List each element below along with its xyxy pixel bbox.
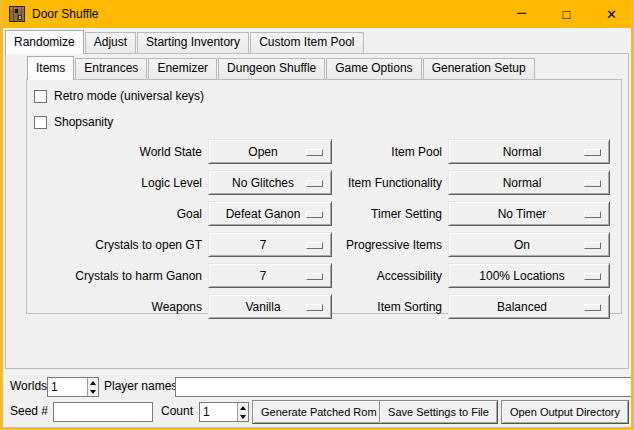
close-button[interactable]: ✕: [589, 0, 634, 28]
subtab-game-options[interactable]: Game Options: [326, 58, 421, 79]
tab-custom-item-pool[interactable]: Custom Item Pool: [250, 32, 363, 53]
seed-input[interactable]: [53, 402, 153, 422]
options-grid: World State Open Item Pool Normal Logic …: [35, 139, 621, 319]
progressive-items-label: Progressive Items: [338, 232, 442, 257]
accessibility-dropdown[interactable]: 100% Locations: [448, 263, 610, 288]
item-pool-dropdown[interactable]: Normal: [448, 139, 610, 164]
weapons-label: Weapons: [35, 294, 202, 319]
subtab-enemizer[interactable]: Enemizer: [148, 58, 217, 79]
count-spinner[interactable]: [199, 402, 249, 422]
minimize-button[interactable]: ─: [499, 0, 544, 28]
worlds-spinner-arrows: [87, 378, 98, 396]
footer-right-buttons: Save Settings to File Open Output Direct…: [379, 400, 629, 424]
timer-setting-label: Timer Setting: [338, 201, 442, 226]
dropdown-indicator-icon: [584, 180, 601, 187]
tab-starting-inventory[interactable]: Starting Inventory: [137, 32, 249, 53]
footer-bar: Worlds Player names Seed # Count Generat…: [3, 373, 631, 427]
item-functionality-label: Item Functionality: [338, 170, 442, 195]
close-icon: ✕: [606, 8, 617, 21]
seed-label: Seed #: [10, 404, 48, 418]
window-title: Door Shuffle: [32, 7, 99, 21]
open-output-directory-button[interactable]: Open Output Directory: [501, 400, 629, 424]
dropdown-indicator-icon: [584, 304, 601, 311]
player-names-input[interactable]: [175, 377, 632, 397]
crystals-ganon-dropdown[interactable]: 7: [208, 263, 332, 288]
subtab-items[interactable]: Items: [27, 56, 74, 80]
retro-mode-label: Retro mode (universal keys): [54, 89, 204, 103]
maximize-button[interactable]: □: [544, 0, 589, 28]
crystals-gt-label: Crystals to open GT: [35, 232, 202, 257]
app-window: Door Shuffle ─ □ ✕ Randomize Adjust Star…: [0, 0, 634, 430]
player-names-label: Player names: [104, 379, 177, 393]
save-settings-button[interactable]: Save Settings to File: [379, 400, 498, 424]
spinner-down-button[interactable]: [88, 387, 98, 396]
spinner-up-button[interactable]: [88, 378, 98, 387]
item-sorting-dropdown[interactable]: Balanced: [448, 294, 610, 319]
title-bar: Door Shuffle ─ □ ✕: [0, 0, 634, 28]
dropdown-indicator-icon: [306, 211, 323, 218]
count-spinner-arrows: [237, 403, 248, 421]
shopsanity-checkbox[interactable]: [34, 116, 47, 129]
sub-tab-bar: Items Entrances Enemizer Dungeon Shuffle…: [27, 56, 628, 79]
spinner-down-button[interactable]: [238, 412, 248, 421]
shopsanity-row: Shopsanity: [34, 113, 621, 131]
dropdown-indicator-icon: [306, 273, 323, 280]
count-input[interactable]: [200, 403, 237, 421]
main-tab-bar: Randomize Adjust Starting Inventory Cust…: [5, 30, 631, 53]
arrow-down-icon: [240, 415, 246, 419]
arrow-up-icon: [240, 406, 246, 410]
weapons-dropdown[interactable]: Vanilla: [208, 294, 332, 319]
dropdown-indicator-icon: [306, 180, 323, 187]
arrow-up-icon: [90, 381, 96, 385]
subtab-dungeon-shuffle[interactable]: Dungeon Shuffle: [218, 58, 325, 79]
subtab-entrances[interactable]: Entrances: [75, 58, 147, 79]
tab-adjust[interactable]: Adjust: [85, 32, 136, 53]
dropdown-indicator-icon: [584, 273, 601, 280]
worlds-input[interactable]: [48, 378, 87, 396]
arrow-down-icon: [90, 390, 96, 394]
item-sorting-label: Item Sorting: [338, 294, 442, 319]
retro-mode-row: Retro mode (universal keys): [34, 87, 621, 105]
timer-setting-dropdown[interactable]: No Timer: [448, 201, 610, 226]
world-state-label: World State: [35, 139, 202, 164]
randomize-panel: Items Entrances Enemizer Dungeon Shuffle…: [5, 53, 629, 369]
accessibility-label: Accessibility: [338, 263, 442, 288]
dropdown-indicator-icon: [584, 149, 601, 156]
worlds-label: Worlds: [10, 379, 47, 393]
dropdown-indicator-icon: [306, 304, 323, 311]
minimize-icon: ─: [517, 6, 526, 19]
door-app-icon: [9, 6, 25, 22]
items-panel: Retro mode (universal keys) Shopsanity W…: [26, 79, 622, 314]
tab-randomize[interactable]: Randomize: [5, 30, 84, 54]
retro-mode-checkbox[interactable]: [34, 90, 47, 103]
generate-patched-rom-button[interactable]: Generate Patched Rom: [252, 400, 386, 424]
dropdown-indicator-icon: [584, 211, 601, 218]
dropdown-indicator-icon: [306, 149, 323, 156]
item-pool-label: Item Pool: [338, 139, 442, 164]
worlds-spinner[interactable]: [47, 377, 99, 397]
crystals-ganon-label: Crystals to harm Ganon: [35, 263, 202, 288]
subtab-generation-setup[interactable]: Generation Setup: [423, 58, 535, 79]
goal-label: Goal: [35, 201, 202, 226]
dropdown-indicator-icon: [584, 242, 601, 249]
logic-level-label: Logic Level: [35, 170, 202, 195]
spinner-up-button[interactable]: [238, 403, 248, 412]
item-functionality-dropdown[interactable]: Normal: [448, 170, 610, 195]
world-state-dropdown[interactable]: Open: [208, 139, 332, 164]
dropdown-indicator-icon: [306, 242, 323, 249]
maximize-icon: □: [563, 8, 571, 21]
progressive-items-dropdown[interactable]: On: [448, 232, 610, 257]
goal-dropdown[interactable]: Defeat Ganon: [208, 201, 332, 226]
crystals-gt-dropdown[interactable]: 7: [208, 232, 332, 257]
logic-level-dropdown[interactable]: No Glitches: [208, 170, 332, 195]
shopsanity-label: Shopsanity: [54, 115, 113, 129]
count-label: Count: [161, 404, 193, 418]
window-controls: ─ □ ✕: [499, 0, 634, 28]
